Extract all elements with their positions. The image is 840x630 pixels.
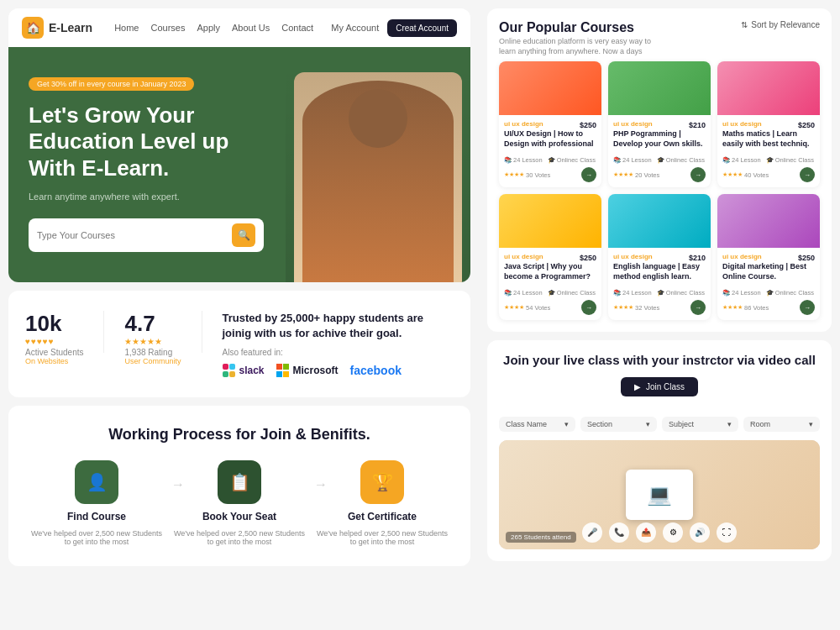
course-4-go-button[interactable]: → [581,300,596,315]
live-class-section: Join your live class with your instrctor… [487,340,832,561]
popular-courses-section: Our Popular Courses Online education pla… [487,8,832,332]
course-2-footer: ★★★★ 20 Votes → [613,167,706,182]
course-3-class: 🎓 Onlinec Class [766,156,814,164]
settings-button[interactable]: ⚙ [663,522,683,543]
course-2-body: ui ux design $210 PHP Pogramming | Devel… [608,115,711,187]
mic-button[interactable]: 🎤 [582,522,602,543]
course-1-footer: ★★★★ 30 Votes → [504,167,596,182]
step-3-desc: We've helped over 2,500 new Students to … [311,529,454,546]
nav-courses[interactable]: Courses [150,23,185,33]
course-2-class: 🎓 Onlinec Class [657,156,705,164]
nav-about[interactable]: About Us [232,23,270,33]
stat-rating-sublabel: User Community [124,357,181,365]
right-panel: Our Popular Courses Online education pla… [479,0,840,630]
course-1-category: ui ux design [504,120,543,128]
course-3-go-button[interactable]: → [800,167,815,182]
hero-subheading: Learn anytime anywhere with expert. [29,192,260,202]
process-title: Working Process for Join & Benifits. [25,426,454,444]
share-button[interactable]: 📤 [636,522,656,543]
course-6-go-button[interactable]: → [800,300,815,315]
stat-label-students: Active Students [25,348,83,357]
course-card-4: ui ux design $250 Java Script | Why you … [499,194,601,320]
trusted-text: Trusted by 25,000+ happy students are jo… [223,311,454,341]
stats-section: 10k ♥♥♥♥♥ Active Students On Websites 4.… [8,291,470,397]
course-4-title: Java Script | Why you become a Programme… [504,262,596,286]
step-1-desc: We've helped over 2,500 new Students to … [25,529,168,546]
course-4-rating: ★★★★ 54 Votes [504,304,550,312]
course-1-title: UI/UX Design | How to Design with profes… [504,129,596,153]
course-2-go-button[interactable]: → [690,167,706,182]
course-1-thumb [499,61,601,115]
nav-home[interactable]: Home [114,23,139,33]
volume-button[interactable]: 🔊 [690,522,710,543]
course-2-category: ui ux design [613,120,653,128]
course-4-meta: 📚 24 Lesson 🎓 Onlinec Class [504,289,596,297]
course-5-rating: ★★★★ 32 Votes [613,304,659,312]
course-1-go-button[interactable]: → [581,167,596,182]
stat-sublabel-students: On Websites [25,357,83,365]
course-4-class: 🎓 Onlinec Class [548,289,596,297]
subject-chevron: ▾ [727,420,732,428]
stat-hearts: ♥♥♥♥♥ [25,337,83,346]
stat-rating-count: 1,938 Rating [124,348,181,357]
join-class-button[interactable]: ▶ Join Class [621,377,698,396]
stat-stars: ★★★★★ [124,337,181,346]
facebook-logo: ui ux design facebook [350,364,402,377]
class-name-filter[interactable]: Class Name ▾ [499,417,575,432]
course-3-price: $250 [798,121,815,129]
navbar: 🏠 E-Learn Home Courses Apply About Us Co… [8,8,470,47]
course-3-rating: ★★★★ 40 Votes [722,171,769,179]
course-card-1: ui ux design $250 UI/UX Design | How to … [499,61,601,187]
microsoft-label: Microsoft [293,365,339,376]
course-3-category: ui ux design [722,120,762,128]
course-card-6: ui ux design $250 Digital marketing | Be… [717,194,820,320]
logo-text: E-Learn [49,21,92,34]
trusted-section: Trusted by 25,000+ happy students are jo… [223,311,454,377]
room-chevron: ▾ [809,420,813,428]
course-4-body: ui ux design $250 Java Script | Why you … [499,248,601,320]
fullscreen-button[interactable]: ⛶ [717,522,737,543]
create-account-button[interactable]: Creat Account [387,19,457,37]
step-2-title: Book Your Seat [202,511,276,522]
section-label: Section [587,420,612,428]
search-button[interactable]: 🔍 [232,223,255,247]
course-5-go-button[interactable]: → [690,300,706,315]
section-chevron: ▾ [646,420,650,428]
step-2-desc: We've helped over 2,500 new Students to … [168,529,311,546]
subject-filter[interactable]: Subject ▾ [662,417,738,432]
room-label: Room [750,420,770,428]
course-3-meta: 📚 24 Lesson 🎓 Onlinec Class [722,156,815,164]
sort-button[interactable]: ⇅ Sort by Relevance [741,20,820,29]
course-1-meta: 📚 24 Lesson 🎓 Onlinec Class [504,156,596,164]
section-filter[interactable]: Section ▾ [580,417,657,432]
courses-header: Our Popular Courses Online education pla… [499,20,820,56]
microsoft-logo: Microsoft [276,364,339,377]
course-3-lessons: 📚 24 Lesson [722,156,761,164]
course-3-footer: ★★★★ 40 Votes → [722,167,815,182]
course-3-thumb [717,61,820,115]
course-5-category: ui ux design [613,253,653,260]
room-filter[interactable]: Room ▾ [743,417,820,432]
process-step-3: 🏆 Get Certificate We've helped over 2,50… [311,460,454,546]
active-students-number: 10k [25,311,83,337]
course-6-footer: ★★★★ 86 Votes → [722,300,815,315]
course-6-price: $250 [798,254,815,262]
search-input[interactable] [37,230,225,240]
course-5-class: 🎓 Onlinec Class [657,289,705,297]
logo: 🏠 E-Learn [22,17,92,39]
slack-label: slack [239,365,265,376]
active-students-stat: 10k ♥♥♥♥♥ Active Students On Websites [25,311,83,365]
courses-header-left: Our Popular Courses Online education pla… [499,20,667,56]
microsoft-icon [276,364,290,377]
course-6-thumb [717,194,820,248]
popular-courses-title: Our Popular Courses [499,20,667,35]
nav-apply[interactable]: Apply [197,23,220,33]
my-account-link[interactable]: My Account [331,23,379,33]
course-2-rating: ★★★★ 20 Votes [613,171,659,179]
step-2-icon: 📋 [218,460,261,504]
phone-button[interactable]: 📞 [609,522,629,543]
nav-contact[interactable]: Contact [281,23,313,33]
course-1-class: 🎓 Onlinec Class [548,156,596,164]
course-4-thumb [499,194,601,248]
course-card-5: ui ux design $210 English language | Eas… [608,194,711,320]
